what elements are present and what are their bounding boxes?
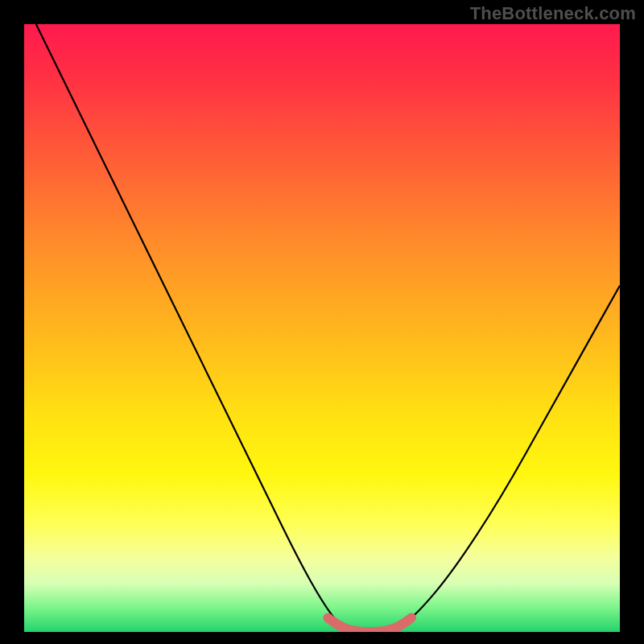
curve-left-branch (36, 24, 358, 632)
chart-frame: TheBottleneck.com (0, 0, 644, 644)
watermark-text: TheBottleneck.com (470, 3, 636, 24)
chart-svg (24, 24, 620, 632)
optimal-marker (328, 618, 411, 632)
plot-area (24, 24, 620, 632)
curve-right-branch (394, 286, 620, 632)
